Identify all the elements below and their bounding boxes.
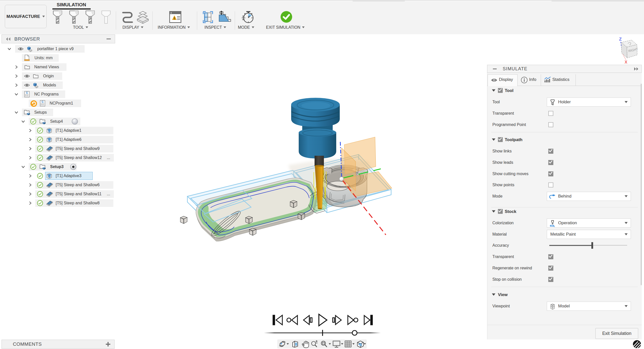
svg-text:G: G	[26, 91, 28, 94]
svg-text:G: G	[42, 101, 44, 103]
svg-text:X: X	[625, 60, 627, 64]
svg-text:Z: Z	[619, 37, 622, 42]
